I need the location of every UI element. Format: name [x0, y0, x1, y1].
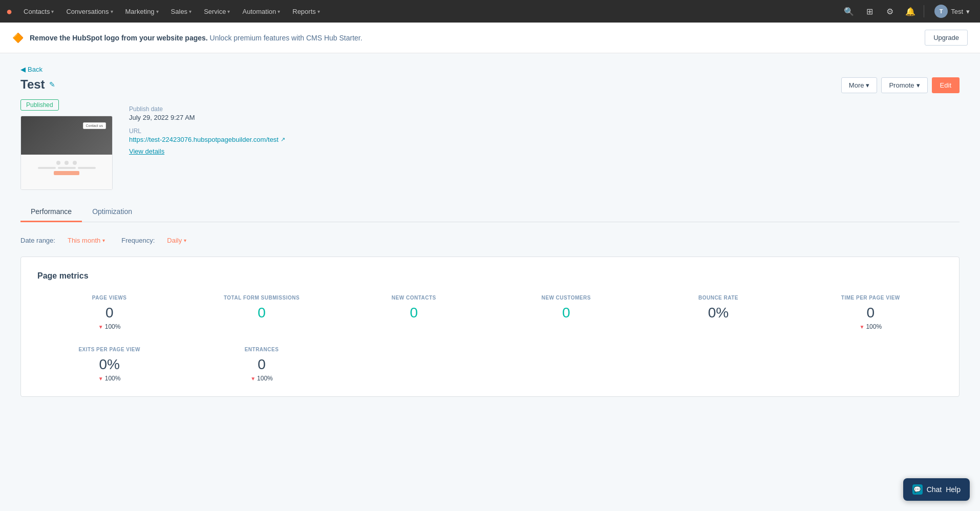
nav-divider — [924, 5, 924, 17]
metric-label-time-per-page-view: TIME PER PAGE VIEW — [799, 295, 943, 301]
banner-text: Remove the HubSpot logo from your websit… — [30, 34, 363, 42]
dot-3 — [73, 161, 77, 165]
view-details-link[interactable]: View details — [129, 147, 285, 155]
dot-1 — [56, 161, 60, 165]
upgrade-banner: 🔶 Remove the HubSpot logo from your webs… — [0, 23, 980, 53]
search-icon[interactable]: 🔍 — [842, 4, 856, 18]
metric-change-time-per-page-view: ▼ 100% — [799, 323, 943, 330]
metric-value-entrances: 0 — [189, 356, 333, 373]
arrow-down-icon-2: ▼ — [860, 324, 865, 330]
metric-label-page-views: PAGE VIEWS — [37, 295, 181, 301]
frequency-select[interactable]: Daily ▾ — [163, 235, 190, 246]
automation-caret: ▾ — [278, 9, 280, 14]
page-title-section: Test ✎ — [20, 77, 55, 92]
thumbnail-image: Contact us — [21, 116, 112, 155]
back-arrow-icon: ◀ — [20, 66, 26, 73]
metric-bounce-rate: BOUNCE RATE 0% — [646, 295, 790, 330]
edit-button[interactable]: Edit — [932, 77, 960, 93]
arrow-down-icon: ▼ — [98, 324, 103, 330]
thumbnail-cta — [54, 171, 79, 175]
metrics-grid-bottom: EXITS PER PAGE VIEW 0% ▼ 100% ENTRANCES … — [37, 347, 943, 382]
metric-value-bounce-rate: 0% — [646, 305, 790, 321]
dot-2 — [65, 161, 69, 165]
metric-label-entrances: ENTRANCES — [189, 347, 333, 352]
row-1 — [38, 167, 56, 169]
nav-item-conversations[interactable]: Conversations ▾ — [61, 5, 118, 18]
metric-label-form-submissions: TOTAL FORM SUBMISSIONS — [189, 295, 333, 301]
metric-new-contacts: NEW CONTACTS 0 — [342, 295, 486, 330]
page-thumbnail: Contact us — [20, 116, 113, 190]
thumbnail-contact-label: Contact us — [83, 122, 106, 129]
conversations-caret: ▾ — [111, 9, 113, 14]
more-button[interactable]: More ▾ — [841, 77, 878, 93]
metric-label-bounce-rate: BOUNCE RATE — [646, 295, 790, 301]
page-meta: Publish date July 29, 2022 9:27 AM URL h… — [129, 99, 285, 190]
metric-change-exits: ▼ 100% — [37, 375, 181, 382]
upgrade-button[interactable]: Upgrade — [925, 30, 968, 46]
nav-item-contacts[interactable]: Contacts ▾ — [18, 5, 59, 18]
metric-new-customers: NEW CUSTOMERS 0 — [494, 295, 638, 330]
settings-icon[interactable]: ⚙ — [883, 4, 897, 18]
header-actions: More ▾ Promote ▾ Edit — [841, 77, 960, 93]
tab-optimization[interactable]: Optimization — [82, 202, 142, 222]
notifications-icon[interactable]: 🔔 — [903, 4, 918, 18]
page-info: Published Contact us — [20, 99, 960, 190]
metric-exits-per-page-view: EXITS PER PAGE VIEW 0% ▼ 100% — [37, 347, 181, 382]
nav-item-sales[interactable]: Sales ▾ — [166, 5, 197, 18]
back-link[interactable]: ◀ Back — [20, 66, 960, 73]
metric-value-exits: 0% — [37, 356, 181, 373]
sales-caret: ▾ — [189, 9, 191, 14]
status-badge: Published — [20, 99, 59, 111]
metric-value-new-contacts: 0 — [342, 305, 486, 321]
top-navigation: ● Contacts ▾ Conversations ▾ Marketing ▾… — [0, 0, 980, 23]
user-caret: ▾ — [966, 8, 970, 15]
more-caret-icon: ▾ — [866, 81, 869, 89]
marketplace-icon[interactable]: ⊞ — [862, 4, 877, 18]
frequency-caret: ▾ — [184, 238, 186, 243]
nav-item-automation[interactable]: Automation ▾ — [237, 5, 285, 18]
publish-date-value: July 29, 2022 9:27 AM — [129, 114, 285, 121]
external-link-icon: ↗ — [281, 136, 285, 143]
filters-bar: Date range: This month ▾ Frequency: Dail… — [20, 235, 960, 246]
arrow-down-icon-3: ▼ — [98, 376, 103, 381]
publish-date-label: Publish date — [129, 105, 285, 113]
metric-entrances: ENTRANCES 0 ▼ 100% — [189, 347, 333, 382]
metric-page-views: PAGE VIEWS 0 ▼ 100% — [37, 295, 181, 330]
chat-bubble-icon: 💬 — [912, 484, 923, 495]
metrics-title: Page metrics — [37, 271, 943, 281]
user-menu[interactable]: T Test ▾ — [930, 3, 974, 20]
date-range-label: Date range: — [20, 237, 55, 244]
nav-right-section: 🔍 ⊞ ⚙ 🔔 T Test ▾ — [842, 3, 974, 20]
main-content: ◀ Back Test ✎ More ▾ Promote ▾ Edit Publ… — [0, 53, 980, 511]
metric-value-new-customers: 0 — [494, 305, 638, 321]
marketing-caret: ▾ — [156, 9, 159, 14]
nav-item-marketing[interactable]: Marketing ▾ — [120, 5, 164, 18]
metric-change-entrances: ▼ 100% — [189, 375, 333, 382]
metrics-grid-top: PAGE VIEWS 0 ▼ 100% TOTAL FORM SUBMISSIO… — [37, 295, 943, 330]
frequency-label: Frequency: — [121, 237, 155, 244]
hubspot-logo[interactable]: ● — [6, 6, 12, 17]
tab-performance[interactable]: Performance — [20, 202, 82, 222]
promote-button[interactable]: Promote ▾ — [881, 77, 927, 93]
metric-value-form-submissions: 0 — [189, 305, 333, 321]
chat-help-button[interactable]: 💬 Chat Help — [903, 478, 970, 501]
nav-item-service[interactable]: Service ▾ — [199, 5, 235, 18]
pencil-icon[interactable]: ✎ — [49, 80, 55, 89]
nav-item-reports[interactable]: Reports ▾ — [287, 5, 325, 18]
banner-icon: 🔶 — [12, 32, 24, 44]
date-range-select[interactable]: This month ▾ — [63, 235, 109, 246]
metric-value-page-views: 0 — [37, 305, 181, 321]
page-header: Test ✎ More ▾ Promote ▾ Edit — [20, 77, 960, 93]
date-range-caret: ▾ — [102, 238, 105, 243]
metrics-card: Page metrics PAGE VIEWS 0 ▼ 100% TOTAL F… — [20, 257, 960, 397]
thumbnail-bottom — [21, 155, 112, 190]
metric-label-new-customers: NEW CUSTOMERS — [494, 295, 638, 301]
url-label: URL — [129, 127, 285, 135]
thumbnail-rows — [23, 167, 110, 169]
page-url-link[interactable]: https://test-22423076.hubspotpagebuilder… — [129, 136, 279, 143]
metric-change-page-views: ▼ 100% — [37, 323, 181, 330]
row-2 — [58, 167, 76, 169]
page-title: Test — [20, 77, 45, 92]
metric-time-per-page-view: TIME PER PAGE VIEW 0 ▼ 100% — [799, 295, 943, 330]
metric-form-submissions: TOTAL FORM SUBMISSIONS 0 — [189, 295, 333, 330]
